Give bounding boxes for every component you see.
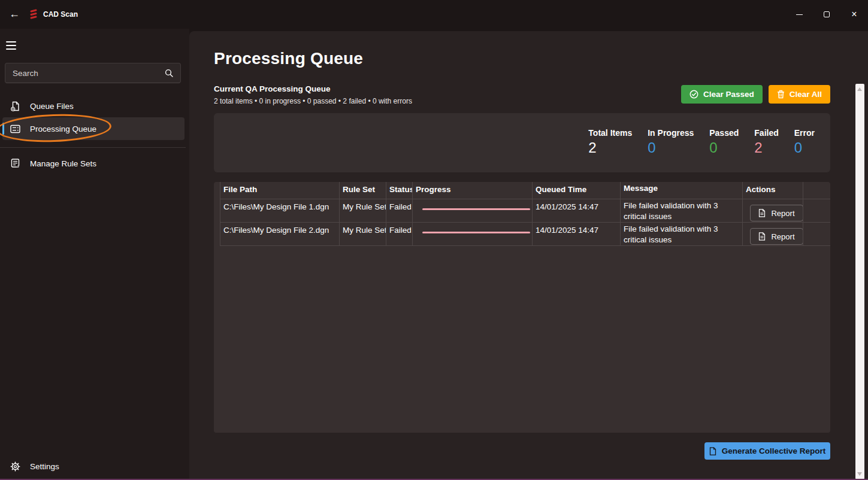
clear-buttons-row: Clear Passed Clear All [681, 85, 830, 104]
col-header-file-path: File Path [220, 182, 340, 199]
vertical-scrollbar[interactable] [855, 84, 864, 479]
table-header-row: File Path Rule Set Status Progress Queue… [220, 182, 830, 199]
sidebar-divider [0, 147, 186, 148]
progress-bar [422, 208, 530, 210]
cell-queued-time: 14/01/2025 14:47 [533, 223, 621, 245]
sidebar-item-manage-rule-sets[interactable]: Manage Rule Sets [2, 152, 185, 175]
table-row: C:\Files\My Design File 2.dgn My Rule Se… [220, 223, 830, 246]
sidebar-item-label: Manage Rule Sets [30, 159, 96, 168]
col-header-empty [803, 182, 830, 199]
sidebar-item-processing-queue[interactable]: Processing Queue [2, 117, 185, 140]
close-icon: × [851, 10, 857, 19]
clear-all-button[interactable]: Clear All [769, 85, 830, 104]
queue-summary: 2 total items • 0 in progress • 0 passed… [214, 97, 412, 105]
stat-error: Error 0 [794, 128, 815, 172]
col-header-actions: Actions [743, 182, 803, 199]
sidebar-item-label: Processing Queue [30, 124, 96, 133]
scroll-up-icon[interactable] [857, 87, 862, 91]
sidebar-item-settings[interactable]: Settings [2, 455, 185, 478]
main-content: Processing Queue Current QA Processing Q… [189, 31, 868, 480]
minimize-button[interactable] [785, 0, 813, 29]
menu-toggle-button[interactable] [6, 36, 26, 55]
minimize-icon [796, 14, 803, 15]
cell-queued-time: 14/01/2025 14:47 [533, 199, 621, 222]
cell-rule-set: My Rule Set [340, 199, 386, 222]
col-header-queued-time: Queued Time [533, 182, 621, 199]
cell-actions: Report [743, 199, 803, 222]
document-icon [758, 209, 766, 217]
col-header-status: Status [386, 182, 413, 199]
sidebar: Queue Files Processing Queue Manage Rule… [0, 29, 189, 480]
stat-in-progress: In Progress 0 [648, 128, 694, 172]
close-button[interactable]: × [840, 0, 868, 29]
queue-list-icon [10, 124, 20, 133]
col-header-message: Message [621, 182, 743, 199]
selected-indicator [2, 123, 4, 135]
cell-status: Failed [386, 199, 413, 222]
queue-table: File Path Rule Set Status Progress Queue… [214, 182, 830, 433]
page-title: Processing Queue [214, 49, 363, 68]
check-circle-icon [689, 90, 698, 99]
cell-progress [413, 223, 533, 245]
maximize-icon [824, 11, 830, 17]
sidebar-item-label: Settings [30, 462, 59, 471]
stat-failed: Failed 2 [754, 128, 778, 172]
maximize-button[interactable] [813, 0, 840, 29]
scroll-down-icon[interactable] [857, 472, 862, 476]
cell-message: File failed validation with 3 critical i… [621, 223, 743, 245]
search-box [5, 63, 181, 83]
document-icon [758, 232, 766, 241]
rule-set-icon [10, 159, 20, 168]
cell-file-path: C:\Files\My Design File 2.dgn [220, 223, 340, 245]
app-logo-icon [29, 9, 38, 20]
document-icon [709, 447, 716, 455]
clear-passed-button[interactable]: Clear Passed [681, 85, 763, 104]
file-plus-icon [10, 101, 20, 111]
search-input[interactable] [5, 69, 165, 78]
cell-rule-set: My Rule Set [340, 223, 386, 245]
app-title: CAD Scan [43, 10, 78, 19]
sidebar-item-label: Queue Files [30, 102, 74, 111]
table-row: C:\Files\My Design File 1.dgn My Rule Se… [220, 199, 830, 223]
col-header-rule-set: Rule Set [340, 182, 386, 199]
hamburger-icon [6, 41, 16, 42]
progress-bar [422, 232, 530, 233]
report-button[interactable]: Report [750, 205, 803, 221]
generate-collective-report-button[interactable]: Generate Collective Report [704, 442, 830, 460]
queue-subtitle: Current QA Processing Queue [214, 84, 331, 93]
cell-progress [413, 199, 533, 222]
sidebar-item-queue-files[interactable]: Queue Files [2, 95, 185, 117]
cell-status: Failed [386, 223, 413, 245]
stat-total-items: Total Items 2 [588, 128, 632, 172]
cell-actions: Report [743, 223, 803, 245]
search-icon [165, 69, 173, 77]
stat-passed: Passed 0 [709, 128, 739, 172]
col-header-progress: Progress [413, 182, 533, 199]
back-arrow-icon: ← [9, 8, 20, 20]
window-controls: × [785, 0, 868, 29]
trash-icon [777, 90, 785, 99]
cell-message: File failed validation with 3 critical i… [621, 199, 743, 222]
gear-icon [10, 461, 20, 472]
report-button[interactable]: Report [750, 228, 803, 245]
stats-panel: Total Items 2 In Progress 0 Passed 0 Fai… [214, 113, 830, 172]
titlebar: ← CAD Scan × [0, 0, 868, 29]
back-button[interactable]: ← [4, 4, 25, 24]
cell-file-path: C:\Files\My Design File 1.dgn [220, 199, 340, 222]
